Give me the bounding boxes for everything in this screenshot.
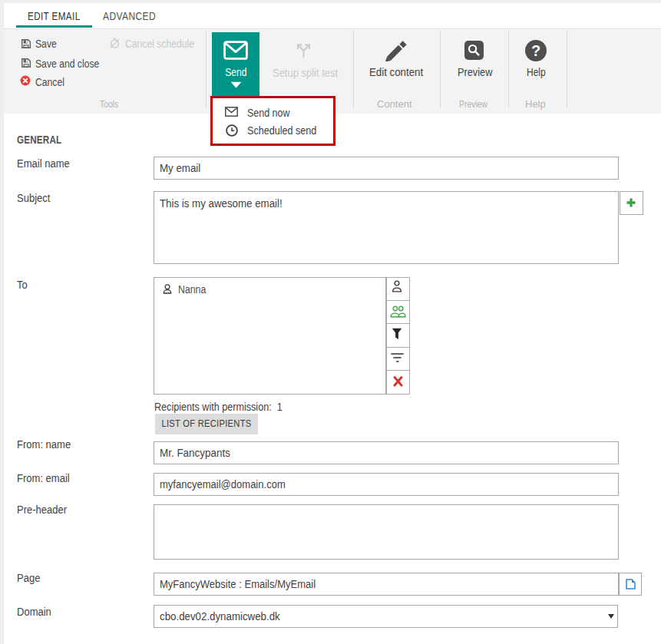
svg-text:?: ?: [531, 42, 540, 59]
